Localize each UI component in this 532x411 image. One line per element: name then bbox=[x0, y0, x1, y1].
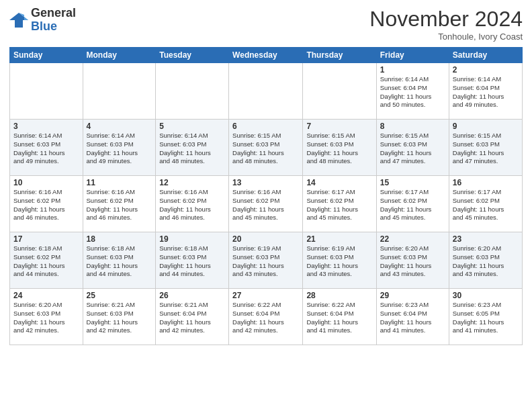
day-info: Sunrise: 6:16 AM Sunset: 6:02 PM Dayligh… bbox=[13, 188, 79, 222]
day-info: Sunrise: 6:21 AM Sunset: 6:03 PM Dayligh… bbox=[87, 301, 152, 335]
day-number: 30 bbox=[453, 291, 519, 300]
day-info: Sunrise: 6:17 AM Sunset: 6:02 PM Dayligh… bbox=[453, 188, 519, 222]
table-row: 2Sunrise: 6:14 AM Sunset: 6:04 PM Daylig… bbox=[449, 63, 522, 120]
header-friday: Friday bbox=[376, 48, 449, 63]
header-tuesday: Tuesday bbox=[156, 48, 229, 63]
day-info: Sunrise: 6:14 AM Sunset: 6:04 PM Dayligh… bbox=[380, 75, 445, 109]
day-number: 7 bbox=[306, 122, 372, 131]
day-number: 21 bbox=[306, 234, 372, 244]
header-thursday: Thursday bbox=[303, 48, 376, 63]
day-number: 24 bbox=[13, 291, 79, 300]
day-number: 19 bbox=[159, 234, 225, 244]
day-info: Sunrise: 6:15 AM Sunset: 6:03 PM Dayligh… bbox=[306, 132, 372, 166]
day-number: 28 bbox=[306, 291, 372, 300]
table-row: 28Sunrise: 6:22 AM Sunset: 6:04 PM Dayli… bbox=[303, 289, 376, 345]
calendar-row-1: 3Sunrise: 6:14 AM Sunset: 6:03 PM Daylig… bbox=[10, 120, 523, 176]
day-number: 29 bbox=[380, 291, 445, 300]
calendar-row-0: 1Sunrise: 6:14 AM Sunset: 6:04 PM Daylig… bbox=[10, 63, 523, 120]
table-row: 23Sunrise: 6:20 AM Sunset: 6:03 PM Dayli… bbox=[449, 232, 522, 289]
day-number: 20 bbox=[232, 234, 299, 244]
day-info: Sunrise: 6:18 AM Sunset: 6:02 PM Dayligh… bbox=[13, 244, 79, 279]
day-info: Sunrise: 6:15 AM Sunset: 6:03 PM Dayligh… bbox=[232, 132, 299, 166]
day-info: Sunrise: 6:18 AM Sunset: 6:03 PM Dayligh… bbox=[159, 244, 225, 279]
day-info: Sunrise: 6:20 AM Sunset: 6:03 PM Dayligh… bbox=[453, 244, 519, 279]
day-info: Sunrise: 6:15 AM Sunset: 6:03 PM Dayligh… bbox=[453, 132, 519, 166]
day-info: Sunrise: 6:23 AM Sunset: 6:04 PM Dayligh… bbox=[380, 301, 445, 335]
day-number: 22 bbox=[380, 234, 445, 244]
day-info: Sunrise: 6:16 AM Sunset: 6:02 PM Dayligh… bbox=[87, 188, 152, 222]
header-saturday: Saturday bbox=[449, 48, 522, 63]
month-title: November 2024 bbox=[369, 7, 523, 32]
table-row: 12Sunrise: 6:16 AM Sunset: 6:02 PM Dayli… bbox=[156, 176, 229, 232]
day-info: Sunrise: 6:19 AM Sunset: 6:03 PM Dayligh… bbox=[232, 244, 299, 279]
calendar-row-3: 17Sunrise: 6:18 AM Sunset: 6:02 PM Dayli… bbox=[10, 232, 523, 289]
day-number: 26 bbox=[159, 291, 225, 300]
table-row: 24Sunrise: 6:20 AM Sunset: 6:03 PM Dayli… bbox=[10, 289, 83, 345]
day-info: Sunrise: 6:18 AM Sunset: 6:03 PM Dayligh… bbox=[87, 244, 152, 279]
day-number: 14 bbox=[306, 178, 372, 187]
table-row: 16Sunrise: 6:17 AM Sunset: 6:02 PM Dayli… bbox=[449, 176, 522, 232]
table-row: 6Sunrise: 6:15 AM Sunset: 6:03 PM Daylig… bbox=[229, 120, 303, 176]
day-number: 16 bbox=[453, 178, 519, 187]
table-row: 11Sunrise: 6:16 AM Sunset: 6:02 PM Dayli… bbox=[83, 176, 156, 232]
table-row: 10Sunrise: 6:16 AM Sunset: 6:02 PM Dayli… bbox=[10, 176, 83, 232]
table-row: 26Sunrise: 6:21 AM Sunset: 6:04 PM Dayli… bbox=[156, 289, 229, 345]
day-info: Sunrise: 6:19 AM Sunset: 6:03 PM Dayligh… bbox=[306, 244, 372, 279]
day-number: 5 bbox=[159, 122, 225, 131]
location: Tonhoule, Ivory Coast bbox=[369, 32, 523, 42]
table-row bbox=[10, 63, 83, 120]
day-number: 1 bbox=[380, 65, 445, 75]
logo: General Blue bbox=[9, 7, 76, 34]
table-row: 3Sunrise: 6:14 AM Sunset: 6:03 PM Daylig… bbox=[10, 120, 83, 176]
calendar: Sunday Monday Tuesday Wednesday Thursday… bbox=[9, 47, 523, 345]
header-sunday: Sunday bbox=[10, 48, 83, 63]
day-number: 2 bbox=[453, 65, 519, 75]
day-number: 25 bbox=[87, 291, 152, 300]
day-info: Sunrise: 6:17 AM Sunset: 6:02 PM Dayligh… bbox=[306, 188, 372, 222]
day-info: Sunrise: 6:15 AM Sunset: 6:03 PM Dayligh… bbox=[380, 132, 445, 166]
table-row: 13Sunrise: 6:16 AM Sunset: 6:02 PM Dayli… bbox=[229, 176, 303, 232]
day-info: Sunrise: 6:16 AM Sunset: 6:02 PM Dayligh… bbox=[232, 188, 299, 222]
day-number: 8 bbox=[380, 122, 445, 131]
day-number: 10 bbox=[13, 178, 79, 187]
table-row: 7Sunrise: 6:15 AM Sunset: 6:03 PM Daylig… bbox=[303, 120, 376, 176]
table-row: 25Sunrise: 6:21 AM Sunset: 6:03 PM Dayli… bbox=[83, 289, 156, 345]
day-number: 4 bbox=[87, 122, 152, 131]
table-row: 29Sunrise: 6:23 AM Sunset: 6:04 PM Dayli… bbox=[376, 289, 449, 345]
table-row: 15Sunrise: 6:17 AM Sunset: 6:02 PM Dayli… bbox=[376, 176, 449, 232]
table-row: 1Sunrise: 6:14 AM Sunset: 6:04 PM Daylig… bbox=[376, 63, 449, 120]
page: General Blue November 2024 Tonhoule, Ivo… bbox=[0, 0, 532, 411]
day-info: Sunrise: 6:20 AM Sunset: 6:03 PM Dayligh… bbox=[13, 301, 79, 335]
table-row: 27Sunrise: 6:22 AM Sunset: 6:04 PM Dayli… bbox=[229, 289, 303, 345]
table-row bbox=[156, 63, 229, 120]
day-number: 23 bbox=[453, 234, 519, 244]
day-number: 13 bbox=[232, 178, 299, 187]
day-info: Sunrise: 6:21 AM Sunset: 6:04 PM Dayligh… bbox=[159, 301, 225, 335]
day-info: Sunrise: 6:17 AM Sunset: 6:02 PM Dayligh… bbox=[380, 188, 445, 222]
day-info: Sunrise: 6:14 AM Sunset: 6:03 PM Dayligh… bbox=[87, 132, 152, 166]
table-row: 19Sunrise: 6:18 AM Sunset: 6:03 PM Dayli… bbox=[156, 232, 229, 289]
day-number: 11 bbox=[87, 178, 152, 187]
weekday-header-row: Sunday Monday Tuesday Wednesday Thursday… bbox=[10, 48, 523, 63]
table-row bbox=[229, 63, 303, 120]
header: General Blue November 2024 Tonhoule, Ivo… bbox=[9, 7, 523, 42]
table-row: 17Sunrise: 6:18 AM Sunset: 6:02 PM Dayli… bbox=[10, 232, 83, 289]
table-row: 21Sunrise: 6:19 AM Sunset: 6:03 PM Dayli… bbox=[303, 232, 376, 289]
table-row: 9Sunrise: 6:15 AM Sunset: 6:03 PM Daylig… bbox=[449, 120, 522, 176]
day-info: Sunrise: 6:14 AM Sunset: 6:03 PM Dayligh… bbox=[13, 132, 79, 166]
table-row: 22Sunrise: 6:20 AM Sunset: 6:03 PM Dayli… bbox=[376, 232, 449, 289]
logo-text: General Blue bbox=[31, 7, 76, 34]
table-row: 8Sunrise: 6:15 AM Sunset: 6:03 PM Daylig… bbox=[376, 120, 449, 176]
day-number: 9 bbox=[453, 122, 519, 131]
header-wednesday: Wednesday bbox=[229, 48, 303, 63]
day-info: Sunrise: 6:22 AM Sunset: 6:04 PM Dayligh… bbox=[306, 301, 372, 335]
day-number: 12 bbox=[159, 178, 225, 187]
day-info: Sunrise: 6:16 AM Sunset: 6:02 PM Dayligh… bbox=[159, 188, 225, 222]
logo-icon bbox=[9, 11, 28, 30]
day-info: Sunrise: 6:23 AM Sunset: 6:05 PM Dayligh… bbox=[453, 301, 519, 335]
table-row: 5Sunrise: 6:14 AM Sunset: 6:03 PM Daylig… bbox=[156, 120, 229, 176]
table-row: 20Sunrise: 6:19 AM Sunset: 6:03 PM Dayli… bbox=[229, 232, 303, 289]
table-row: 14Sunrise: 6:17 AM Sunset: 6:02 PM Dayli… bbox=[303, 176, 376, 232]
day-info: Sunrise: 6:14 AM Sunset: 6:04 PM Dayligh… bbox=[453, 75, 519, 109]
day-info: Sunrise: 6:20 AM Sunset: 6:03 PM Dayligh… bbox=[380, 244, 445, 279]
